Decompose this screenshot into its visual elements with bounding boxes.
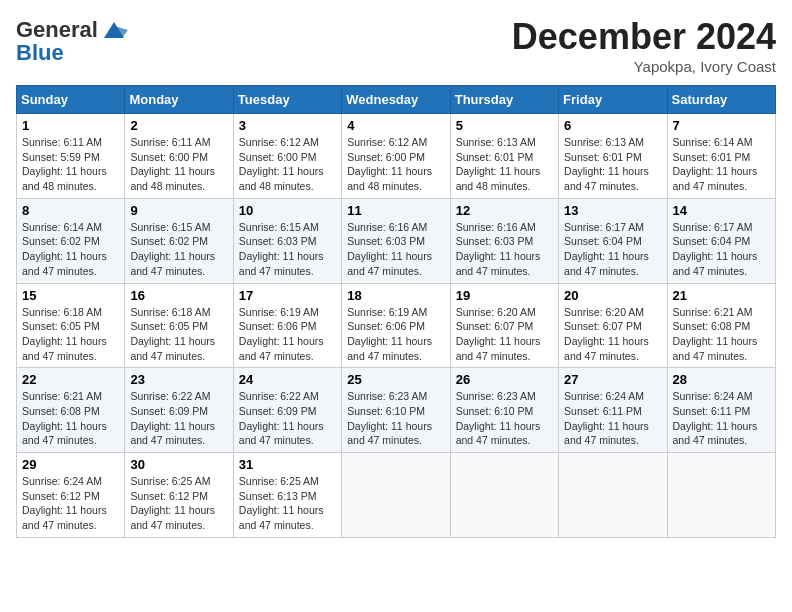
cell-sun-info: Sunrise: 6:21 AM Sunset: 6:08 PM Dayligh… xyxy=(673,305,770,364)
calendar-cell: 1Sunrise: 6:11 AM Sunset: 5:59 PM Daylig… xyxy=(17,114,125,199)
calendar-cell: 15Sunrise: 6:18 AM Sunset: 6:05 PM Dayli… xyxy=(17,283,125,368)
calendar-cell: 29Sunrise: 6:24 AM Sunset: 6:12 PM Dayli… xyxy=(17,453,125,538)
calendar-cell: 8Sunrise: 6:14 AM Sunset: 6:02 PM Daylig… xyxy=(17,198,125,283)
day-number: 21 xyxy=(673,288,770,303)
calendar-cell: 19Sunrise: 6:20 AM Sunset: 6:07 PM Dayli… xyxy=(450,283,558,368)
cell-sun-info: Sunrise: 6:23 AM Sunset: 6:10 PM Dayligh… xyxy=(347,389,444,448)
day-number: 29 xyxy=(22,457,119,472)
cell-sun-info: Sunrise: 6:24 AM Sunset: 6:11 PM Dayligh… xyxy=(564,389,661,448)
day-number: 2 xyxy=(130,118,227,133)
calendar-cell: 4Sunrise: 6:12 AM Sunset: 6:00 PM Daylig… xyxy=(342,114,450,199)
cell-sun-info: Sunrise: 6:25 AM Sunset: 6:13 PM Dayligh… xyxy=(239,474,336,533)
calendar-cell: 22Sunrise: 6:21 AM Sunset: 6:08 PM Dayli… xyxy=(17,368,125,453)
calendar-cell: 14Sunrise: 6:17 AM Sunset: 6:04 PM Dayli… xyxy=(667,198,775,283)
logo-icon xyxy=(100,16,128,44)
day-number: 13 xyxy=(564,203,661,218)
cell-sun-info: Sunrise: 6:19 AM Sunset: 6:06 PM Dayligh… xyxy=(239,305,336,364)
cell-sun-info: Sunrise: 6:18 AM Sunset: 6:05 PM Dayligh… xyxy=(22,305,119,364)
calendar-week-row: 29Sunrise: 6:24 AM Sunset: 6:12 PM Dayli… xyxy=(17,453,776,538)
calendar-cell: 27Sunrise: 6:24 AM Sunset: 6:11 PM Dayli… xyxy=(559,368,667,453)
calendar-cell: 10Sunrise: 6:15 AM Sunset: 6:03 PM Dayli… xyxy=(233,198,341,283)
cell-sun-info: Sunrise: 6:11 AM Sunset: 6:00 PM Dayligh… xyxy=(130,135,227,194)
weekday-header-wednesday: Wednesday xyxy=(342,86,450,114)
cell-sun-info: Sunrise: 6:11 AM Sunset: 5:59 PM Dayligh… xyxy=(22,135,119,194)
cell-sun-info: Sunrise: 6:16 AM Sunset: 6:03 PM Dayligh… xyxy=(456,220,553,279)
cell-sun-info: Sunrise: 6:25 AM Sunset: 6:12 PM Dayligh… xyxy=(130,474,227,533)
day-number: 4 xyxy=(347,118,444,133)
calendar-week-row: 15Sunrise: 6:18 AM Sunset: 6:05 PM Dayli… xyxy=(17,283,776,368)
day-number: 11 xyxy=(347,203,444,218)
calendar-cell: 24Sunrise: 6:22 AM Sunset: 6:09 PM Dayli… xyxy=(233,368,341,453)
calendar-cell xyxy=(342,453,450,538)
cell-sun-info: Sunrise: 6:17 AM Sunset: 6:04 PM Dayligh… xyxy=(673,220,770,279)
weekday-header-thursday: Thursday xyxy=(450,86,558,114)
day-number: 5 xyxy=(456,118,553,133)
calendar-cell: 13Sunrise: 6:17 AM Sunset: 6:04 PM Dayli… xyxy=(559,198,667,283)
cell-sun-info: Sunrise: 6:22 AM Sunset: 6:09 PM Dayligh… xyxy=(239,389,336,448)
weekday-header-tuesday: Tuesday xyxy=(233,86,341,114)
calendar-week-row: 8Sunrise: 6:14 AM Sunset: 6:02 PM Daylig… xyxy=(17,198,776,283)
cell-sun-info: Sunrise: 6:13 AM Sunset: 6:01 PM Dayligh… xyxy=(564,135,661,194)
day-number: 27 xyxy=(564,372,661,387)
day-number: 28 xyxy=(673,372,770,387)
cell-sun-info: Sunrise: 6:23 AM Sunset: 6:10 PM Dayligh… xyxy=(456,389,553,448)
day-number: 12 xyxy=(456,203,553,218)
day-number: 9 xyxy=(130,203,227,218)
day-number: 19 xyxy=(456,288,553,303)
weekday-header-saturday: Saturday xyxy=(667,86,775,114)
calendar-cell: 7Sunrise: 6:14 AM Sunset: 6:01 PM Daylig… xyxy=(667,114,775,199)
day-number: 6 xyxy=(564,118,661,133)
calendar-cell: 11Sunrise: 6:16 AM Sunset: 6:03 PM Dayli… xyxy=(342,198,450,283)
cell-sun-info: Sunrise: 6:14 AM Sunset: 6:01 PM Dayligh… xyxy=(673,135,770,194)
cell-sun-info: Sunrise: 6:19 AM Sunset: 6:06 PM Dayligh… xyxy=(347,305,444,364)
calendar-cell xyxy=(667,453,775,538)
day-number: 7 xyxy=(673,118,770,133)
day-number: 22 xyxy=(22,372,119,387)
calendar-week-row: 1Sunrise: 6:11 AM Sunset: 5:59 PM Daylig… xyxy=(17,114,776,199)
cell-sun-info: Sunrise: 6:17 AM Sunset: 6:04 PM Dayligh… xyxy=(564,220,661,279)
day-number: 20 xyxy=(564,288,661,303)
weekday-header-monday: Monday xyxy=(125,86,233,114)
day-number: 24 xyxy=(239,372,336,387)
calendar-cell: 16Sunrise: 6:18 AM Sunset: 6:05 PM Dayli… xyxy=(125,283,233,368)
calendar-cell: 31Sunrise: 6:25 AM Sunset: 6:13 PM Dayli… xyxy=(233,453,341,538)
day-number: 25 xyxy=(347,372,444,387)
cell-sun-info: Sunrise: 6:12 AM Sunset: 6:00 PM Dayligh… xyxy=(347,135,444,194)
cell-sun-info: Sunrise: 6:13 AM Sunset: 6:01 PM Dayligh… xyxy=(456,135,553,194)
calendar-table: SundayMondayTuesdayWednesdayThursdayFrid… xyxy=(16,85,776,538)
calendar-cell: 18Sunrise: 6:19 AM Sunset: 6:06 PM Dayli… xyxy=(342,283,450,368)
day-number: 26 xyxy=(456,372,553,387)
cell-sun-info: Sunrise: 6:16 AM Sunset: 6:03 PM Dayligh… xyxy=(347,220,444,279)
cell-sun-info: Sunrise: 6:24 AM Sunset: 6:11 PM Dayligh… xyxy=(673,389,770,448)
calendar-cell: 23Sunrise: 6:22 AM Sunset: 6:09 PM Dayli… xyxy=(125,368,233,453)
calendar-cell: 6Sunrise: 6:13 AM Sunset: 6:01 PM Daylig… xyxy=(559,114,667,199)
cell-sun-info: Sunrise: 6:15 AM Sunset: 6:02 PM Dayligh… xyxy=(130,220,227,279)
calendar-cell: 30Sunrise: 6:25 AM Sunset: 6:12 PM Dayli… xyxy=(125,453,233,538)
calendar-cell: 26Sunrise: 6:23 AM Sunset: 6:10 PM Dayli… xyxy=(450,368,558,453)
calendar-cell: 17Sunrise: 6:19 AM Sunset: 6:06 PM Dayli… xyxy=(233,283,341,368)
cell-sun-info: Sunrise: 6:21 AM Sunset: 6:08 PM Dayligh… xyxy=(22,389,119,448)
cell-sun-info: Sunrise: 6:15 AM Sunset: 6:03 PM Dayligh… xyxy=(239,220,336,279)
calendar-cell: 9Sunrise: 6:15 AM Sunset: 6:02 PM Daylig… xyxy=(125,198,233,283)
day-number: 14 xyxy=(673,203,770,218)
page-header: General Blue December 2024 Yapokpa, Ivor… xyxy=(16,16,776,75)
calendar-cell: 25Sunrise: 6:23 AM Sunset: 6:10 PM Dayli… xyxy=(342,368,450,453)
cell-sun-info: Sunrise: 6:22 AM Sunset: 6:09 PM Dayligh… xyxy=(130,389,227,448)
calendar-cell: 2Sunrise: 6:11 AM Sunset: 6:00 PM Daylig… xyxy=(125,114,233,199)
title-block: December 2024 Yapokpa, Ivory Coast xyxy=(512,16,776,75)
cell-sun-info: Sunrise: 6:14 AM Sunset: 6:02 PM Dayligh… xyxy=(22,220,119,279)
cell-sun-info: Sunrise: 6:18 AM Sunset: 6:05 PM Dayligh… xyxy=(130,305,227,364)
day-number: 23 xyxy=(130,372,227,387)
cell-sun-info: Sunrise: 6:24 AM Sunset: 6:12 PM Dayligh… xyxy=(22,474,119,533)
logo-blue-text: Blue xyxy=(16,40,64,65)
weekday-header-sunday: Sunday xyxy=(17,86,125,114)
day-number: 15 xyxy=(22,288,119,303)
calendar-cell: 12Sunrise: 6:16 AM Sunset: 6:03 PM Dayli… xyxy=(450,198,558,283)
month-title: December 2024 xyxy=(512,16,776,58)
day-number: 30 xyxy=(130,457,227,472)
weekday-header-row: SundayMondayTuesdayWednesdayThursdayFrid… xyxy=(17,86,776,114)
calendar-cell: 3Sunrise: 6:12 AM Sunset: 6:00 PM Daylig… xyxy=(233,114,341,199)
day-number: 3 xyxy=(239,118,336,133)
calendar-cell: 20Sunrise: 6:20 AM Sunset: 6:07 PM Dayli… xyxy=(559,283,667,368)
cell-sun-info: Sunrise: 6:20 AM Sunset: 6:07 PM Dayligh… xyxy=(564,305,661,364)
